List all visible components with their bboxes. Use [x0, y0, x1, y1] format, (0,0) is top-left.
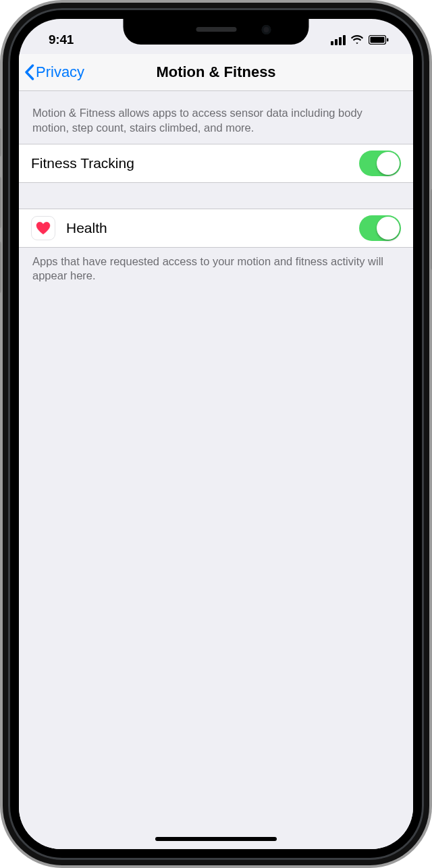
svg-rect-1	[371, 37, 385, 43]
speaker-grille	[196, 27, 236, 32]
home-indicator[interactable]	[155, 837, 277, 841]
navigation-bar: Privacy Motion & Fitness	[19, 54, 413, 91]
fitness-tracking-group: Fitness Tracking	[19, 144, 413, 183]
volume-up-button[interactable]	[0, 177, 1, 228]
front-camera	[262, 25, 271, 34]
chevron-left-icon	[24, 64, 34, 80]
section-header-text: Motion & Fitness allows apps to access s…	[19, 91, 413, 144]
health-row: Health	[19, 209, 413, 247]
heart-icon	[36, 221, 51, 235]
health-toggle[interactable]	[359, 215, 401, 241]
content[interactable]: Motion & Fitness allows apps to access s…	[19, 91, 413, 849]
health-label: Health	[66, 220, 359, 236]
back-label: Privacy	[36, 63, 84, 81]
fitness-tracking-row: Fitness Tracking	[19, 144, 413, 182]
mute-switch[interactable]	[0, 128, 1, 157]
status-time: 9:41	[39, 26, 74, 47]
health-app-icon	[31, 216, 55, 240]
notch	[124, 19, 309, 45]
section-footer-text: Apps that have requested access to your …	[19, 248, 413, 292]
device-frame: 9:41 Privacy Motion & Fitness Motion & F…	[0, 0, 432, 868]
fitness-tracking-label: Fitness Tracking	[31, 155, 359, 171]
cellular-signal-icon	[331, 35, 346, 45]
battery-icon	[369, 35, 389, 45]
status-icons	[331, 28, 393, 45]
svg-rect-2	[387, 38, 388, 42]
apps-group: Health	[19, 209, 413, 248]
fitness-tracking-toggle[interactable]	[359, 151, 401, 176]
wifi-icon	[350, 35, 364, 45]
back-button[interactable]: Privacy	[24, 63, 84, 81]
volume-down-button[interactable]	[0, 242, 1, 293]
screen: 9:41 Privacy Motion & Fitness Motion & F…	[19, 19, 413, 849]
